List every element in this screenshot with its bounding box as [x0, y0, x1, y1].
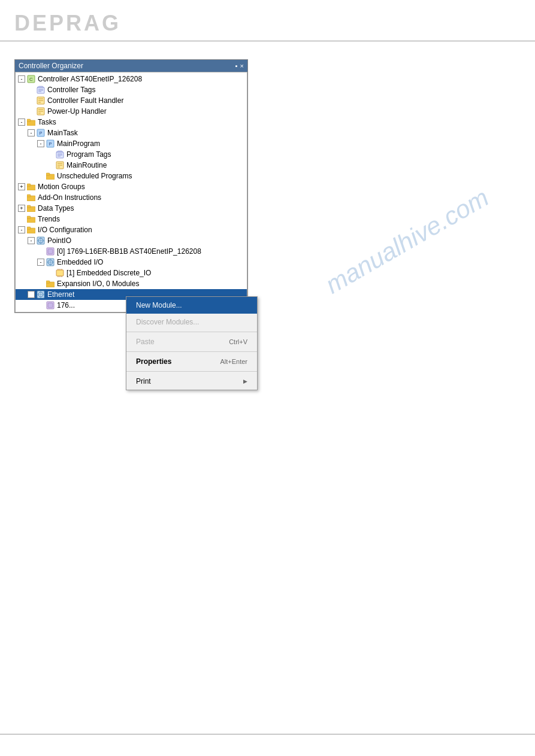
svg-rect-16: [27, 119, 31, 122]
tree-container: -CController AST40EnetIP_126208Controlle…: [15, 72, 247, 312]
menu-separator-sep3: [126, 371, 257, 372]
label-ethernet_module: 176...: [57, 300, 75, 310]
expander-placeholder-expansion_io: [37, 280, 44, 287]
tree-item-ctrl_tags[interactable]: Controller Tags: [16, 84, 247, 95]
expander-embedded_io[interactable]: -: [37, 259, 44, 266]
window-title: Controller Organizer: [19, 62, 83, 70]
tree-item-tasks[interactable]: -Tasks: [16, 117, 247, 127]
tree-item-maintask[interactable]: -PMainTask: [16, 127, 247, 138]
tree-item-mainroutine[interactable]: MainRoutine: [16, 160, 247, 171]
label-ctrl_fault: Controller Fault Handler: [47, 96, 123, 105]
label-maintask: MainTask: [47, 128, 78, 138]
label-pointio: PointIO: [47, 236, 71, 245]
watermark: manualhive.com: [319, 181, 495, 303]
menu-separator-sep2: [126, 351, 257, 352]
logo: DEPRAG: [14, 11, 521, 36]
tree-item-embedded_io[interactable]: -Embedded I/O: [16, 257, 247, 268]
menu-separator-sep1: [126, 332, 257, 332]
expander-placeholder-ethernet_module: [37, 302, 44, 309]
expander-placeholder-add_on: [18, 194, 25, 201]
svg-rect-33: [27, 184, 31, 186]
menu-item-print[interactable]: Print▶: [126, 373, 257, 390]
label-io_config: I/O Configuration: [38, 225, 92, 235]
context-menu: New Module...Discover Modules...PasteCtr…: [126, 296, 258, 390]
titlebar-controls: ▪ ×: [235, 62, 244, 69]
menu-shortcut-paste: Ctrl+V: [229, 336, 247, 348]
expander-placeholder-unscheduled: [37, 172, 44, 180]
svg-text:P: P: [40, 131, 43, 135]
icon-controller-controller: C: [26, 74, 36, 84]
label-prog_tags: Program Tags: [67, 150, 111, 159]
expander-io_config[interactable]: -: [18, 226, 25, 233]
label-unscheduled: Unscheduled Programs: [57, 171, 132, 181]
expander-mainprogram[interactable]: -: [37, 140, 44, 147]
content-area: Controller Organizer ▪ × -CController AS…: [0, 41, 535, 331]
icon-network-ethernet: [36, 290, 46, 299]
tree-item-embedded_discrete[interactable]: [1] Embedded Discrete_IO: [16, 268, 247, 278]
menu-item-paste: PasteCtrl+V: [126, 333, 257, 350]
organizer-titlebar: Controller Organizer ▪ ×: [15, 60, 247, 72]
svg-rect-35: [27, 195, 31, 197]
tree-item-powerup[interactable]: Power-Up Handler: [16, 106, 247, 117]
icon-network-pointio: [36, 236, 46, 245]
pin-button[interactable]: ▪: [235, 62, 238, 69]
label-powerup: Power-Up Handler: [47, 107, 107, 116]
tree-item-controller[interactable]: -CController AST40EnetIP_126208: [16, 74, 247, 84]
tree-item-io_config[interactable]: -I/O Configuration: [16, 224, 247, 235]
expander-tasks[interactable]: -: [18, 119, 25, 126]
label-tasks: Tasks: [38, 117, 56, 127]
icon-network-embedded_io: [46, 257, 55, 267]
expander-ethernet[interactable]: -: [28, 291, 35, 298]
icon-folder-expansion_io: [46, 279, 55, 289]
expander-data_types[interactable]: +: [18, 205, 25, 212]
tree-item-expansion_io[interactable]: Expansion I/O, 0 Modules: [16, 278, 247, 289]
icon-folder-motion_groups: [26, 182, 36, 192]
label-trends: Trends: [38, 214, 60, 224]
svg-text:P: P: [49, 142, 52, 146]
close-button[interactable]: ×: [240, 62, 244, 69]
icon-program-maintask: P: [36, 128, 46, 138]
tree-item-data_types[interactable]: +Data Types: [16, 203, 247, 214]
expander-motion_groups[interactable]: +: [18, 183, 25, 190]
menu-label-properties: Properties: [136, 356, 171, 368]
icon-routine-powerup: [36, 107, 46, 116]
icon-routine-mainroutine: [55, 160, 65, 170]
tree-item-unscheduled[interactable]: Unscheduled Programs: [16, 171, 247, 181]
expander-controller[interactable]: -: [18, 75, 25, 83]
menu-item-new_module[interactable]: New Module...: [126, 297, 257, 314]
expander-placeholder-prog_tags: [47, 151, 54, 158]
footer-line: [0, 734, 535, 734]
label-embedded_io: Embedded I/O: [57, 257, 103, 267]
tree-item-ctrl_fault[interactable]: Controller Fault Handler: [16, 95, 247, 106]
label-ctrl_tags: Controller Tags: [47, 85, 95, 95]
tree-item-pointio[interactable]: -PointIO: [16, 235, 247, 246]
icon-module-module_0: [46, 247, 55, 256]
expander-maintask[interactable]: -: [28, 129, 35, 136]
svg-rect-52: [56, 270, 64, 276]
tree-item-motion_groups[interactable]: +Motion Groups: [16, 181, 247, 192]
expander-placeholder-ctrl_fault: [28, 97, 35, 104]
svg-rect-60: [46, 281, 50, 283]
icon-folder-tasks: [26, 117, 36, 127]
label-mainroutine: MainRoutine: [67, 160, 107, 170]
expander-placeholder-mainroutine: [47, 162, 54, 169]
tree-item-add_on[interactable]: Add-On Instructions: [16, 192, 247, 203]
tree-item-module_0[interactable]: [0] 1769-L16ER-BB1B AST40EnetIP_126208: [16, 246, 247, 257]
menu-label-discover_modules: Discover Modules...: [136, 316, 199, 328]
icon-tags-ctrl_tags: [36, 85, 46, 95]
svg-rect-37: [27, 205, 31, 208]
expander-placeholder-embedded_discrete: [47, 269, 54, 277]
svg-rect-66: [48, 303, 53, 308]
svg-rect-47: [48, 249, 53, 254]
menu-item-properties[interactable]: PropertiesAlt+Enter: [126, 353, 257, 370]
icon-folder-unscheduled: [46, 171, 55, 181]
tree-item-mainprogram[interactable]: -PMainProgram: [16, 138, 247, 149]
svg-rect-31: [46, 173, 50, 175]
icon-program-mainprogram: P: [46, 139, 55, 148]
tree-item-trends[interactable]: Trends: [16, 214, 247, 224]
icon-tags-prog_tags: [55, 150, 65, 159]
tree-item-prog_tags[interactable]: Program Tags: [16, 149, 247, 160]
icon-routine-ctrl_fault: [36, 96, 46, 105]
expander-pointio[interactable]: -: [28, 237, 35, 244]
svg-marker-6: [37, 86, 44, 87]
